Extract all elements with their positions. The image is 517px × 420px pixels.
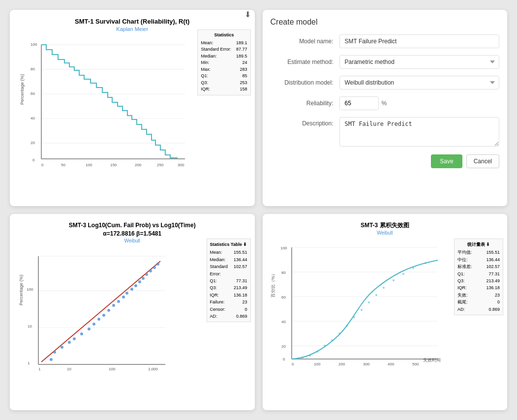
distribution-model-label: Distribution model: — [271, 79, 339, 86]
reliability-row: Reliability: % — [271, 96, 500, 110]
svg-text:1,000: 1,000 — [148, 367, 158, 371]
svg-point-43 — [92, 323, 95, 326]
svg-text:1: 1 — [38, 367, 41, 371]
svg-point-81 — [297, 358, 299, 360]
stats-median: Median:189.5 — [201, 53, 247, 60]
svg-text:10: 10 — [28, 324, 32, 329]
stats-max: Max:283 — [201, 66, 247, 73]
reliability-input[interactable] — [339, 96, 379, 110]
svg-point-85 — [324, 345, 326, 347]
stats-title-bottom-left: Statistics Table ⬇ — [210, 241, 247, 248]
svg-text:100: 100 — [27, 287, 33, 292]
create-model-title: Create model — [271, 18, 500, 27]
svg-text:200: 200 — [135, 163, 142, 167]
svg-point-51 — [130, 288, 133, 291]
svg-point-49 — [122, 296, 125, 299]
svg-point-56 — [149, 270, 152, 272]
svg-text:0: 0 — [41, 163, 44, 167]
model-name-input[interactable] — [339, 34, 500, 48]
distribution-model-row: Distribution model: Weibull distribution… — [271, 76, 500, 90]
svg-text:40: 40 — [281, 320, 286, 324]
log10-chart-panel: SMT-3 Log10(Cum. Fail Prob) vs Log10(Tim… — [10, 214, 255, 410]
svg-text:300: 300 — [178, 163, 184, 167]
svg-point-47 — [112, 304, 115, 307]
svg-point-57 — [153, 266, 156, 269]
create-model-panel: Create model Model name: Estimate method… — [263, 10, 508, 206]
survival-chart-title: SMT-1 Survival Chart (Reliability), R(t) — [18, 18, 247, 25]
description-textarea[interactable]: SMT Failure Predict — [339, 117, 500, 147]
svg-text:300: 300 — [363, 362, 370, 366]
cumulative-chart-title: SMT-3 累积失效图 — [271, 222, 500, 230]
stats-mean: Mean:189.1 — [201, 40, 247, 47]
svg-point-59 — [50, 358, 53, 361]
svg-point-89 — [353, 316, 355, 318]
statistics-box: Statistics Mean:189.1 Standard Error:87.… — [197, 30, 250, 95]
svg-text:150: 150 — [110, 163, 117, 167]
cancel-button[interactable]: Cancel — [466, 154, 499, 168]
svg-point-93 — [383, 287, 385, 289]
svg-text:百分比（%）: 百分比（%） — [271, 271, 275, 298]
stats-title-bottom-right: 统计量表 ⬇ — [457, 241, 500, 248]
percent-label: % — [382, 100, 387, 107]
svg-text:10: 10 — [67, 367, 71, 371]
survival-chart-svg: Percentage (%) 100 80 60 40 20 0 0 50 10… — [18, 36, 200, 169]
save-button[interactable]: Save — [431, 154, 462, 168]
stats-iqr: IQR:158 — [201, 86, 247, 93]
reliability-label: Reliability: — [271, 100, 339, 107]
cumulative-fail-panel: SMT-3 累积失效图 Weibull 统计量表 ⬇ 平均值:155.51 中位… — [263, 214, 508, 410]
svg-point-39 — [68, 341, 71, 344]
log10-chart-title2: α=172.8816 β=1.5481 — [18, 230, 247, 238]
estimate-method-label: Estimate method: — [271, 59, 339, 65]
svg-point-53 — [138, 280, 141, 283]
svg-text:250: 250 — [157, 163, 164, 167]
svg-point-42 — [88, 328, 91, 330]
stats-min: Min:24 — [201, 60, 247, 66]
svg-point-46 — [107, 309, 110, 312]
model-name-label: Model name: — [271, 38, 339, 45]
svg-point-94 — [393, 279, 395, 281]
svg-point-55 — [145, 273, 148, 276]
svg-text:0: 0 — [292, 362, 294, 366]
svg-point-44 — [97, 318, 100, 321]
svg-text:20: 20 — [281, 344, 286, 349]
svg-point-96 — [412, 267, 414, 269]
estimate-method-select[interactable]: Parametric method Non-parametric method — [339, 55, 500, 69]
svg-text:Percentage (%): Percentage (%) — [19, 275, 24, 306]
svg-point-88 — [346, 325, 348, 327]
svg-text:1: 1 — [28, 361, 30, 365]
svg-text:100: 100 — [109, 367, 116, 371]
svg-point-37 — [53, 351, 56, 354]
svg-point-45 — [102, 314, 105, 317]
svg-point-38 — [61, 346, 63, 349]
svg-text:失效时间: 失效时间 — [423, 358, 441, 362]
svg-point-40 — [73, 337, 76, 340]
stats-title: Statistics — [201, 32, 247, 39]
svg-text:0: 0 — [32, 158, 35, 162]
svg-text:0: 0 — [283, 357, 285, 361]
svg-text:100: 100 — [30, 42, 37, 47]
svg-point-54 — [142, 277, 145, 280]
download-icon[interactable]: ⬇ — [244, 10, 251, 19]
svg-point-52 — [134, 284, 137, 287]
model-name-row: Model name: — [271, 34, 500, 48]
svg-text:50: 50 — [61, 163, 65, 167]
distribution-model-select[interactable]: Weibull distribution Normal distribution… — [339, 76, 500, 90]
cumulative-chart-subtitle: Weibull — [271, 230, 500, 236]
svg-text:400: 400 — [388, 362, 395, 366]
svg-point-92 — [375, 294, 377, 296]
stats-box-bottom-right: 统计量表 ⬇ 平均值:155.51 中位:136.44 标准差:102.57 Q… — [454, 239, 503, 315]
estimate-method-row: Estimate method: Parametric method Non-p… — [271, 55, 500, 69]
stats-q1: Q1:85 — [201, 73, 247, 80]
log10-chart-title: SMT-3 Log10(Cum. Fail Prob) vs Log10(Tim… — [18, 222, 247, 230]
stats-std-err: Standard Error:87.77 — [201, 46, 247, 53]
svg-text:100: 100 — [86, 163, 92, 167]
svg-line-36 — [41, 261, 160, 362]
svg-text:500: 500 — [412, 362, 419, 366]
svg-point-83 — [309, 355, 311, 357]
svg-text:100: 100 — [314, 362, 321, 366]
svg-text:60: 60 — [281, 295, 286, 300]
svg-text:200: 200 — [338, 362, 345, 366]
svg-text:80: 80 — [30, 67, 35, 71]
svg-point-58 — [156, 263, 159, 266]
svg-point-82 — [302, 357, 304, 359]
